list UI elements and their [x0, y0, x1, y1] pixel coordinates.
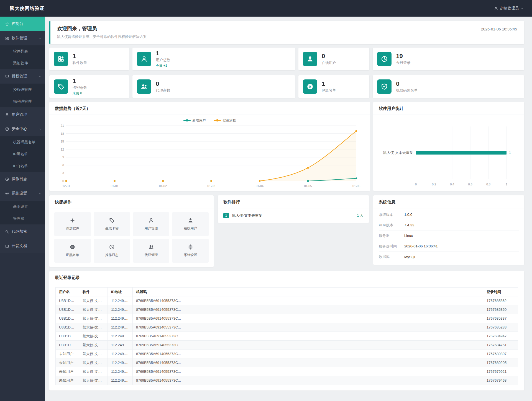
- sidebar-item-users[interactable]: 用户管理: [0, 107, 45, 122]
- svg-text:9: 9: [62, 156, 64, 159]
- table-cell: 8769B5B5A6914055373C...: [133, 332, 483, 341]
- table-cell: U3B1D1CB8D7: [56, 332, 79, 341]
- svg-text:0.2: 0.2: [432, 183, 436, 186]
- table-row[interactable]: U3B1D1CB8D7鼠大侠-文本去重复112.249.155.1868769B…: [56, 296, 518, 305]
- system-info-row: 服务器Linux: [379, 231, 519, 241]
- legend-item-新增用户[interactable]: 新增用户: [183, 118, 206, 123]
- stat-card[interactable]: 1卡密总数未用 0: [49, 75, 129, 98]
- sidebar-subitem[interactable]: 添加软件: [0, 57, 45, 69]
- stat-label: 今日登录: [396, 60, 410, 65]
- x-circle-icon: [70, 244, 75, 250]
- software-users-chart-title: 软件用户统计: [373, 102, 524, 115]
- user-solid-icon: [306, 55, 314, 63]
- system-info-rows: 系统版本1.0.0PHP版本7.4.33服务器Linux服务器时间2026-01…: [373, 208, 524, 265]
- gear-icon: [188, 244, 193, 250]
- user-outline-icon: [148, 218, 154, 223]
- stat-value: 19: [396, 53, 410, 59]
- sidebar-subitem[interactable]: 授权码管理: [0, 84, 45, 95]
- table-row[interactable]: U3B1D1CB8D7鼠大侠-文本去重复112.249.155.1868769B…: [56, 323, 518, 332]
- table-row[interactable]: U3B1D1CB8D7鼠大侠-文本去重复112.249.155.1868769B…: [56, 332, 518, 341]
- sidebar-item-security[interactable]: 安全中心: [0, 122, 45, 136]
- quick-action-在线用户[interactable]: 在线用户: [172, 212, 209, 236]
- recent-logins-title: 最近登录记录: [49, 271, 524, 284]
- plus-icon: [70, 218, 75, 223]
- table-cell: 1767685283: [483, 323, 518, 332]
- stat-sublabel: 未用 0: [73, 91, 87, 96]
- sidebar-subitem[interactable]: 福利码管理: [0, 95, 45, 107]
- table-row[interactable]: U3B1D1CB8D7鼠大侠-文本去重复112.249.155.1868769B…: [56, 305, 518, 314]
- welcome-title: 欢迎回来，管理员: [57, 25, 518, 32]
- quick-action-用户管理[interactable]: 用户管理: [133, 212, 170, 236]
- stat-card[interactable]: 19今日登录: [373, 48, 524, 70]
- quick-action-IP黑名单[interactable]: IP黑名单: [54, 239, 91, 263]
- table-cell: 8769B5B5A6914055373C...: [133, 341, 483, 350]
- chevron-down-icon: [521, 7, 524, 10]
- svg-text:01-02: 01-02: [159, 184, 167, 188]
- table-row[interactable]: 未知用户鼠大侠-文本去重复112.249.155.1868769B5B5A691…: [56, 358, 518, 367]
- stat-label: IP黑名单: [322, 88, 336, 93]
- apps-icon: [57, 55, 65, 63]
- trend-chart-title: 数据趋势（近7天）: [49, 102, 370, 115]
- svg-text:0.8: 0.8: [486, 183, 490, 186]
- ranking-row[interactable]: 1鼠大侠-文本去重复1 人: [218, 208, 369, 223]
- sidebar-subitem[interactable]: 管理员: [0, 213, 45, 224]
- sidebar-item-label: 软件管理: [12, 36, 27, 41]
- user-menu[interactable]: 超级管理员: [494, 6, 532, 11]
- table-row[interactable]: 未知用户鼠大侠-文本去重复112.249.155.1868769B5B5A691…: [56, 350, 518, 358]
- stat-card[interactable]: 0在线用户: [298, 48, 369, 70]
- clock-icon: [5, 177, 9, 181]
- svg-text:01-04: 01-04: [256, 184, 264, 188]
- quick-action-操作日志[interactable]: 操作日志: [94, 239, 130, 263]
- system-info-value: MySQL: [404, 255, 416, 259]
- table-cell: 鼠大侠-文本去重复: [79, 350, 108, 358]
- table-row[interactable]: 未知用户鼠大侠-文本去重复112.249.155.1868769B5B5A691…: [56, 367, 518, 376]
- table-row[interactable]: 未知用户鼠大侠-文本去重复112.249.155.1868769B5B5A691…: [56, 376, 518, 385]
- user-solid-icon: [188, 218, 193, 223]
- chevron-up-icon: [38, 37, 41, 40]
- user-icon: [494, 6, 498, 11]
- sidebar-item-license[interactable]: 授权管理: [0, 69, 45, 84]
- sidebar-item-dashboard[interactable]: 控制台: [0, 17, 45, 31]
- stat-card[interactable]: 0代理商数: [132, 75, 295, 98]
- legend-item-登录次数[interactable]: 登录次数: [214, 118, 236, 123]
- quick-action-系统设置[interactable]: 系统设置: [172, 239, 209, 263]
- svg-text:01-06: 01-06: [352, 184, 360, 188]
- quick-action-生成卡密[interactable]: 生成卡密: [94, 212, 130, 236]
- stat-card[interactable]: 0机器码黑名单: [373, 75, 524, 98]
- chart-legend: 新增用户登录次数: [49, 118, 370, 123]
- table-row[interactable]: U3B1D1CB8D7鼠大侠-文本去重复112.249.155.1868769B…: [56, 341, 518, 350]
- sidebar-subitem[interactable]: 基本设置: [0, 201, 45, 213]
- stat-card[interactable]: 1用户总数今日 +1: [132, 48, 295, 70]
- app-title: 鼠大侠网络验证: [0, 5, 45, 12]
- table-row[interactable]: U3B1D1CB8D7鼠大侠-文本去重复112.249.155.1868769B…: [56, 314, 518, 323]
- sidebar-item-docs[interactable]: 开发文档: [0, 239, 45, 253]
- stat-card-text: 1卡密总数未用 0: [73, 77, 87, 96]
- sidebar-subitem[interactable]: IP白名单: [0, 160, 45, 172]
- svg-text:01-05: 01-05: [304, 184, 312, 188]
- sidebar-item-software[interactable]: 软件管理: [0, 31, 45, 45]
- middle-row: 快捷操作 添加软件生成卡密用户管理在线用户IP黑名单操作日志代理管理系统设置 软…: [49, 195, 524, 267]
- table-cell: 1767679468: [483, 376, 518, 385]
- sidebar-item-logs[interactable]: 操作日志: [0, 172, 45, 186]
- system-info-label: PHP版本: [379, 223, 404, 228]
- table-cell: 8769B5B5A6914055373C...: [133, 350, 483, 358]
- quick-actions-grid: 添加软件生成卡密用户管理在线用户IP黑名单操作日志代理管理系统设置: [49, 208, 214, 267]
- x-circle-icon: [303, 79, 317, 94]
- svg-text:01-01: 01-01: [111, 184, 118, 188]
- sidebar-item-encrypt[interactable]: 代码加密: [0, 224, 45, 239]
- stat-card-text: 0代理商数: [156, 80, 170, 93]
- book-icon: [5, 244, 9, 248]
- sidebar-item-settings[interactable]: 系统设置: [0, 186, 45, 201]
- quick-action-添加软件[interactable]: 添加软件: [54, 212, 91, 236]
- table-cell: U3B1D1CB8D7: [56, 323, 79, 332]
- table-cell: 1767685350: [483, 305, 518, 314]
- stat-card[interactable]: 1IP黑名单: [298, 75, 369, 98]
- sidebar-subitem[interactable]: 机器码黑名单: [0, 136, 45, 148]
- shield-check-icon: [381, 83, 388, 90]
- clock-icon: [5, 177, 9, 181]
- sidebar-subitem[interactable]: 软件列表: [0, 45, 45, 57]
- quick-action-代理管理[interactable]: 代理管理: [133, 239, 170, 263]
- stat-card[interactable]: 1软件数量: [49, 48, 129, 70]
- sidebar-subitem[interactable]: IP黑名单: [0, 148, 45, 160]
- table-cell: 112.249.155.186: [108, 350, 133, 358]
